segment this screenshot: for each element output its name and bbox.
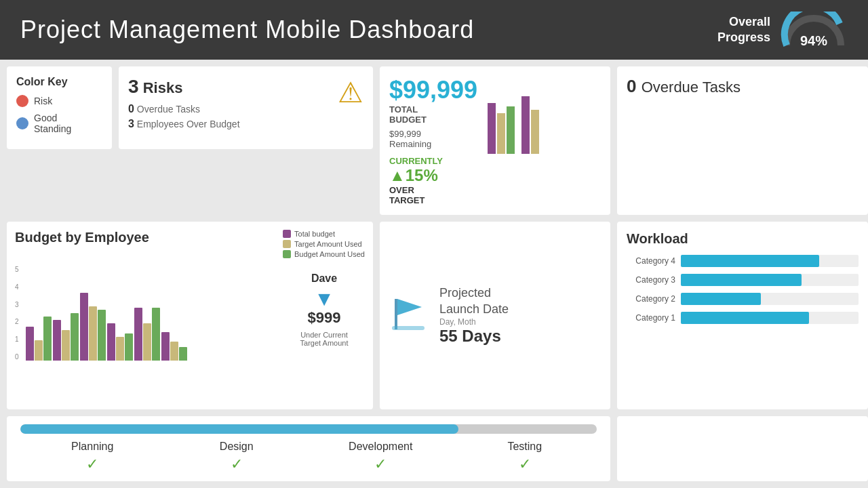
workload-label-cat4: Category 4 xyxy=(627,256,675,266)
workload-bar-container-cat2 xyxy=(681,293,859,305)
launch-title: ProjectedLaunch Date xyxy=(439,285,509,317)
bar xyxy=(152,308,160,361)
bar xyxy=(125,333,133,361)
bar xyxy=(179,347,187,361)
color-key-risk: Risk xyxy=(16,95,102,107)
phase-design: Design ✓ xyxy=(165,441,309,473)
workload-row-cat2: Category 2 xyxy=(627,293,859,305)
overdue-count-display: 0 Overdue Tasks xyxy=(627,76,859,97)
workload-bar-cat3 xyxy=(681,274,802,286)
bar xyxy=(116,337,124,361)
workload-label-cat2: Category 2 xyxy=(627,294,675,304)
bar-chart xyxy=(26,266,187,361)
risks-card: 3 Risks 0 Overdue Tasks 3 Employees Over… xyxy=(119,66,373,149)
risks-count: 3 xyxy=(128,76,139,97)
currently-label: CURRENTLY xyxy=(389,156,477,166)
phase-planning-label: Planning xyxy=(20,441,165,453)
launch-info: ProjectedLaunch Date Day, Moth 55 Days xyxy=(439,285,509,346)
bar xyxy=(43,317,52,361)
workload-row-cat1: Category 1 xyxy=(627,312,859,324)
main-content: Color Key Risk GoodStanding 3 Risks 0 Ov… xyxy=(0,60,868,488)
color-key-good: GoodStanding xyxy=(16,113,102,134)
over-target-label: OVERTARGET xyxy=(389,185,477,205)
workload-row-cat4: Category 4 xyxy=(627,255,859,267)
svg-rect-7 xyxy=(392,326,425,330)
employees-label: Employees Over Budget xyxy=(137,119,240,129)
workload-bar-cat4 xyxy=(681,255,819,267)
svg-rect-4 xyxy=(531,110,539,154)
phase-planning: Planning ✓ xyxy=(20,441,165,473)
legend-target-dot xyxy=(283,240,291,248)
progress-bar-container xyxy=(20,424,597,434)
dave-label: Under CurrentTarget Amount xyxy=(283,331,365,347)
phase-development-label: Development xyxy=(309,441,453,453)
page-title: Project Management Mobile Dashboard xyxy=(20,16,474,44)
workload-bar-cat2 xyxy=(681,293,761,305)
workload-bar-container-cat3 xyxy=(681,274,859,286)
launch-date-label: Day, Moth xyxy=(439,317,509,327)
progress-label: OverallProgress xyxy=(717,14,770,46)
svg-rect-0 xyxy=(488,103,496,154)
workload-label-cat3: Category 3 xyxy=(627,275,675,285)
workload-label-cat1: Category 1 xyxy=(627,313,675,323)
progress-bar-fill xyxy=(20,424,458,434)
color-key-card: Color Key Risk GoodStanding xyxy=(7,66,112,149)
flag-icon xyxy=(389,292,430,339)
header: Project Management Mobile Dashboard Over… xyxy=(0,0,868,60)
risk-dot xyxy=(16,95,28,107)
progress-value: 94% xyxy=(800,33,827,49)
dave-amount: $999 xyxy=(283,309,365,327)
phase-design-label: Design xyxy=(165,441,309,453)
workload-title: Workload xyxy=(627,231,859,247)
overall-progress: OverallProgress 94% xyxy=(717,12,848,49)
warning-icon: ⚠ xyxy=(338,76,363,109)
bar xyxy=(80,293,88,361)
bar xyxy=(98,310,106,361)
dave-box: Dave ▼ $999 Under CurrentTarget Amount xyxy=(283,266,365,361)
svg-rect-5 xyxy=(395,299,397,329)
risks-title: 3 Risks xyxy=(128,76,363,98)
good-dot xyxy=(16,117,28,129)
phases-card: Planning ✓ Design ✓ Development ✓ Testin… xyxy=(7,416,610,481)
launch-card: ProjectedLaunch Date Day, Moth 55 Days xyxy=(380,222,610,409)
workload-row-cat3: Category 3 xyxy=(627,274,859,286)
workload-card: Workload Category 4 Category 3 Category … xyxy=(617,222,868,409)
bottom-right xyxy=(617,416,868,481)
total-budget-label: TOTALBUDGET xyxy=(389,104,477,125)
bar xyxy=(143,323,151,361)
bar xyxy=(26,327,34,361)
bar xyxy=(35,340,43,361)
svg-rect-3 xyxy=(521,96,530,154)
employees-count: 3 xyxy=(128,118,134,129)
overdue-card: 0 Overdue Tasks xyxy=(617,66,868,215)
bar xyxy=(107,323,115,361)
bar xyxy=(161,332,170,361)
legend-total-dot xyxy=(283,230,291,238)
good-label: GoodStanding xyxy=(34,113,71,134)
overdue-tasks-item: 0 Overdue Tasks xyxy=(128,103,363,115)
bar xyxy=(170,342,178,361)
phase-development-check: ✓ xyxy=(309,455,453,473)
budget-legend: Total budget Target Amount Used Budget A… xyxy=(283,230,365,260)
legend-total: Total budget xyxy=(294,230,335,238)
bar xyxy=(62,330,70,361)
top-left-section: Color Key Risk GoodStanding 3 Risks 0 Ov… xyxy=(7,66,373,215)
overdue-count: 0 xyxy=(128,103,134,115)
legend-budget-dot xyxy=(283,250,291,258)
workload-bar-container-cat4 xyxy=(681,255,859,267)
svg-marker-6 xyxy=(397,299,422,315)
employees-over-budget: 3 Employees Over Budget xyxy=(128,118,363,130)
phase-design-check: ✓ xyxy=(165,455,309,473)
workload-bar-cat1 xyxy=(681,312,809,324)
dave-arrow-icon: ▼ xyxy=(283,289,365,309)
overdue-label: Overdue Tasks xyxy=(137,104,200,115)
phases: Planning ✓ Design ✓ Development ✓ Testin… xyxy=(20,441,597,473)
bar xyxy=(71,313,79,361)
y-axis: 543210 xyxy=(15,266,19,361)
currently-pct: ▲15% xyxy=(389,166,477,185)
remaining-text: $99,999Remaining xyxy=(389,129,477,149)
legend-budget: Budget Amount Used xyxy=(294,250,365,258)
budget-amount: $99,999 xyxy=(389,76,477,104)
phase-development: Development ✓ xyxy=(309,441,453,473)
risk-label: Risk xyxy=(34,96,52,106)
